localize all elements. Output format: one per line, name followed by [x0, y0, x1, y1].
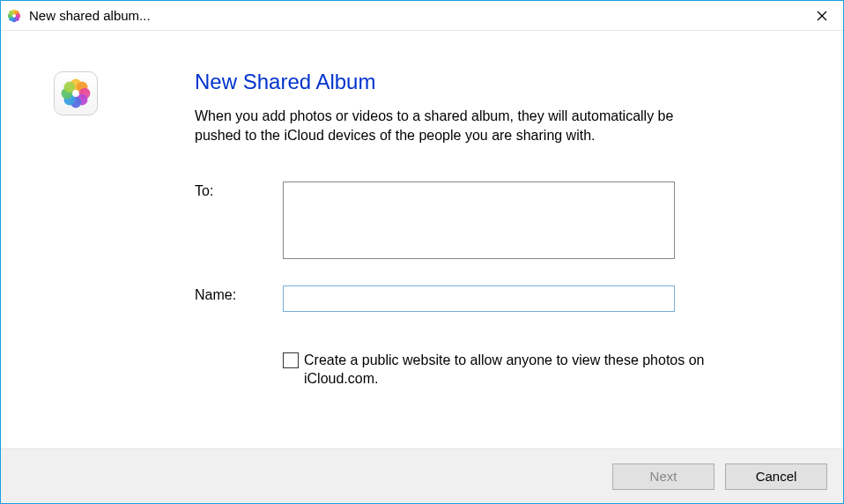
to-label: To:	[195, 182, 283, 199]
public-website-checkbox[interactable]	[283, 352, 299, 368]
svg-point-8	[13, 14, 16, 17]
close-icon	[817, 11, 827, 21]
page-heading: New Shared Album	[195, 70, 790, 94]
public-website-row: Create a public website to allow anyone …	[283, 351, 790, 389]
content-area: New Shared Album When you add photos or …	[1, 31, 843, 448]
to-input[interactable]	[283, 182, 675, 259]
main-column: New Shared Album When you add photos or …	[195, 70, 790, 431]
close-button[interactable]	[801, 1, 843, 31]
name-label: Name:	[195, 285, 283, 303]
public-website-label: Create a public website to allow anyone …	[304, 351, 780, 389]
cancel-button[interactable]: Cancel	[725, 463, 827, 490]
footer: Next Cancel	[1, 448, 843, 503]
window-title: New shared album...	[29, 8, 151, 23]
svg-point-19	[73, 91, 78, 96]
svg-point-7	[9, 11, 13, 15]
name-row: Name:	[195, 285, 790, 312]
svg-point-18	[64, 82, 76, 93]
photos-app-icon	[54, 71, 98, 115]
photos-app-icon-small	[6, 8, 22, 24]
new-shared-album-window: New shared album...	[0, 0, 844, 504]
name-input[interactable]	[283, 285, 675, 312]
next-button[interactable]: Next	[612, 463, 714, 490]
titlebar: New shared album...	[1, 1, 843, 31]
to-row: To:	[195, 182, 790, 259]
page-description: When you add photos or videos to a share…	[195, 107, 688, 146]
icon-column	[54, 70, 195, 431]
